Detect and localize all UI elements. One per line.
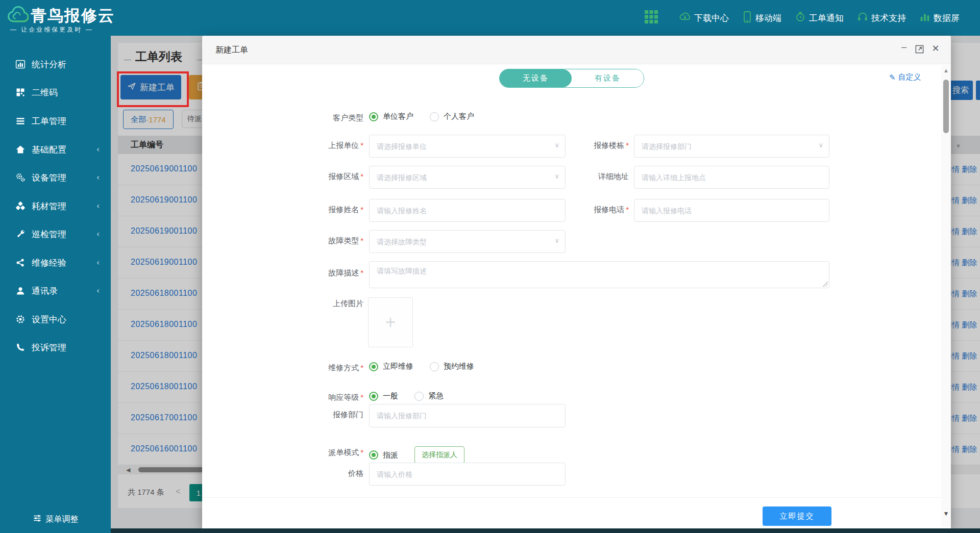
department-field bbox=[369, 404, 566, 427]
order-link[interactable]: 20250619001100 bbox=[131, 195, 197, 205]
sidebar-item-orders[interactable]: 工单管理 bbox=[0, 112, 111, 130]
apps-grid-icon[interactable] bbox=[644, 10, 658, 26]
sidebar-item-complaints[interactable]: 投诉管理 bbox=[0, 339, 111, 356]
tab-has-device[interactable]: 有设备 bbox=[572, 69, 644, 87]
fault-type-input[interactable] bbox=[369, 230, 566, 253]
fault-type-select: ∨ bbox=[369, 230, 566, 253]
sidebar-item-inspection[interactable]: 巡检管理 ‹ bbox=[0, 225, 111, 243]
customize-link[interactable]: ✎ 自定义 bbox=[889, 72, 921, 82]
name-input[interactable] bbox=[369, 199, 566, 222]
radio-icon[interactable] bbox=[430, 112, 439, 121]
collapse-chevron-icon: ‹ bbox=[96, 258, 100, 267]
new-order-button[interactable]: 新建工单 bbox=[120, 75, 181, 99]
vscroll-thumb[interactable] bbox=[943, 80, 949, 133]
wrench-icon bbox=[15, 229, 26, 239]
report-unit-input[interactable] bbox=[369, 135, 566, 158]
sidebar-item-label: 巡检管理 bbox=[32, 229, 66, 240]
modal-scrollbar[interactable]: ▲ ▼ bbox=[941, 65, 951, 527]
pagination-prev[interactable]: < bbox=[176, 487, 181, 497]
search-button[interactable]: 搜索 bbox=[948, 81, 973, 100]
sidebar-item-label: 耗材管理 bbox=[32, 200, 66, 212]
device-tab-switch: 无设备 有设备 bbox=[499, 69, 644, 88]
user-icon bbox=[15, 286, 26, 296]
collapse-chevron-icon: ‹ bbox=[96, 201, 100, 211]
building-input[interactable] bbox=[634, 135, 829, 158]
filter-tab-all[interactable]: 全部 · 1774 bbox=[123, 110, 174, 129]
required-asterisk: * bbox=[626, 205, 629, 214]
building-select: ∨ bbox=[634, 135, 829, 158]
customize-label: 自定义 bbox=[898, 72, 921, 82]
fault-desc-field bbox=[369, 261, 829, 288]
nav-order-notify[interactable]: 工单通知 bbox=[795, 11, 844, 26]
gears-icon bbox=[15, 172, 26, 183]
field-label: 响应等级* bbox=[297, 393, 363, 402]
nav-label: 数据屏 bbox=[934, 12, 960, 24]
radio-option[interactable]: 指派 bbox=[369, 450, 398, 460]
address-input[interactable] bbox=[634, 166, 829, 189]
sidebar-item-devices[interactable]: 设备管理 ‹ bbox=[0, 169, 111, 186]
scroll-up-icon[interactable]: ▲ bbox=[941, 67, 951, 73]
radio-selected-icon[interactable] bbox=[369, 112, 378, 121]
sidebar-item-stats[interactable]: 统计分析 bbox=[0, 56, 111, 73]
radio-icon[interactable] bbox=[414, 392, 424, 401]
price-input[interactable] bbox=[369, 463, 566, 486]
sidebar-item-experience[interactable]: 维修经验 ‹ bbox=[0, 254, 111, 271]
radio-selected-icon[interactable] bbox=[369, 392, 378, 401]
sidebar-item-label: 二维码 bbox=[32, 87, 58, 98]
address-field bbox=[634, 166, 829, 189]
field-label: 客户类型 bbox=[297, 113, 363, 123]
customer-type-radios: 单位客户 个人客户 bbox=[369, 112, 474, 121]
phone-input[interactable] bbox=[634, 199, 829, 222]
radio-option[interactable]: 单位客户 bbox=[369, 112, 413, 121]
gear-icon bbox=[15, 314, 26, 324]
page-title: 工单列表 bbox=[135, 49, 182, 65]
area-input[interactable] bbox=[369, 166, 566, 189]
app-header: 青鸟报修云 — 让企业维保更及时 — 下载中心 移动端 工单通知 bbox=[0, 0, 980, 36]
order-link[interactable]: 20250619001100 bbox=[131, 226, 197, 236]
radio-option[interactable]: 个人客户 bbox=[430, 112, 474, 121]
sidebar-item-contacts[interactable]: 通讯录 ‹ bbox=[0, 282, 111, 299]
department-input[interactable] bbox=[369, 404, 566, 427]
maximize-icon[interactable] bbox=[915, 44, 924, 56]
nav-tech-support[interactable]: 技术支持 bbox=[857, 11, 906, 26]
report-unit-select: ∨ bbox=[369, 135, 566, 158]
choose-assignee-button[interactable]: 选择指派人 bbox=[414, 446, 464, 464]
fault-desc-textarea[interactable] bbox=[369, 261, 829, 288]
reset-button-fragment[interactable] bbox=[976, 81, 980, 100]
order-link[interactable]: 20250617001100 bbox=[131, 413, 197, 422]
new-order-label: 新建工单 bbox=[140, 82, 175, 93]
name-field bbox=[369, 199, 566, 222]
filter-all-count: 1774 bbox=[149, 115, 165, 124]
sidebar-menu-adjust[interactable]: 菜单调整 bbox=[0, 509, 111, 529]
radio-selected-icon[interactable] bbox=[369, 450, 378, 460]
nav-download-center[interactable]: 下载中心 bbox=[679, 11, 729, 26]
sidebar-item-label: 工单管理 bbox=[32, 115, 66, 127]
order-link[interactable]: 20250616001100 bbox=[131, 444, 197, 453]
tab-no-device[interactable]: 无设备 bbox=[500, 69, 572, 87]
order-link[interactable]: 20250618001100 bbox=[131, 289, 197, 298]
order-link[interactable]: 20250619001100 bbox=[131, 258, 197, 267]
order-link[interactable]: 20250618001100 bbox=[131, 320, 197, 329]
nav-data-screen[interactable]: 数据屏 bbox=[919, 11, 960, 25]
upload-image-button[interactable]: + bbox=[368, 297, 413, 347]
scroll-left-icon[interactable]: ◀ bbox=[126, 467, 130, 473]
minimize-icon[interactable]: − bbox=[897, 42, 911, 55]
radio-option[interactable]: 预约维修 bbox=[430, 362, 474, 371]
order-link[interactable]: 20250618001100 bbox=[131, 382, 197, 391]
sidebar-item-consumables[interactable]: 耗材管理 ‹ bbox=[0, 197, 111, 215]
radio-selected-icon[interactable] bbox=[369, 362, 378, 371]
order-link[interactable]: 20250618001100 bbox=[131, 351, 197, 360]
radio-icon[interactable] bbox=[430, 362, 439, 371]
order-link[interactable]: 20250619001100 bbox=[131, 164, 197, 173]
submit-button[interactable]: 立即提交 bbox=[763, 506, 831, 526]
nav-label: 工单通知 bbox=[809, 12, 844, 24]
nav-mobile[interactable]: 移动端 bbox=[742, 11, 781, 26]
sidebar-item-base-config[interactable]: 基础配置 ‹ bbox=[0, 141, 111, 158]
radio-option[interactable]: 紧急 bbox=[414, 391, 444, 401]
sidebar-item-qrcode[interactable]: 二维码 bbox=[0, 84, 111, 101]
scroll-down-icon[interactable]: ▼ bbox=[941, 510, 951, 517]
radio-option[interactable]: 一般 bbox=[369, 391, 398, 401]
close-icon[interactable]: ✕ bbox=[929, 43, 942, 56]
radio-option[interactable]: 立即维修 bbox=[369, 362, 413, 371]
sidebar-item-settings[interactable]: 设置中心 bbox=[0, 311, 111, 328]
